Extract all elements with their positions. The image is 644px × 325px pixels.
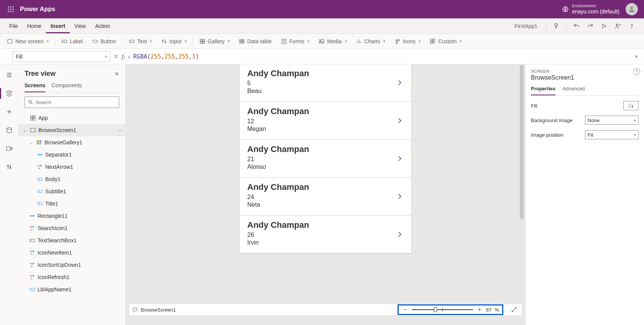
gallery-card[interactable]: Andy Champan5Beau bbox=[240, 64, 411, 102]
undo-button[interactable] bbox=[570, 20, 583, 32]
prop-bg-value: None bbox=[588, 118, 600, 123]
tree-node-browsescreen1[interactable]: ⌄BrowseScreen1··· bbox=[18, 124, 125, 136]
next-arrow-icon[interactable] bbox=[396, 229, 403, 240]
icons-icon bbox=[29, 250, 35, 256]
next-arrow-icon[interactable] bbox=[396, 77, 403, 88]
tree-node-iconrefresh1[interactable]: IconRefresh1 bbox=[18, 271, 125, 283]
user-avatar[interactable] bbox=[626, 3, 638, 15]
ribbon-forms[interactable]: Forms▾ bbox=[276, 34, 314, 49]
tree-tab-screens[interactable]: Screens bbox=[25, 82, 45, 92]
canvas-scrollbar[interactable] bbox=[520, 65, 524, 302]
tree-node-label: NextArrow1 bbox=[45, 164, 73, 170]
ribbon-icons[interactable]: Icons▾ bbox=[390, 34, 425, 49]
ribbon-input[interactable]: Input▾ bbox=[156, 34, 191, 49]
tree-node-label: Subtitle1 bbox=[45, 188, 66, 194]
fx-icon[interactable]: fx ▾ bbox=[122, 53, 129, 60]
caret-icon[interactable]: ⌄ bbox=[29, 140, 34, 145]
svg-rect-33 bbox=[7, 147, 10, 151]
menu-insert[interactable]: Insert bbox=[46, 18, 70, 33]
zoom-out-button[interactable]: − bbox=[402, 306, 409, 313]
caret-icon[interactable]: ⌄ bbox=[23, 128, 28, 132]
rail-advanced-tools[interactable] bbox=[2, 159, 17, 175]
menu-file[interactable]: File bbox=[5, 18, 23, 33]
rail-hamburger[interactable] bbox=[2, 67, 17, 83]
gallery-card[interactable]: Andy Champan12Megan bbox=[240, 102, 411, 140]
rail-tree-view[interactable] bbox=[2, 86, 17, 101]
tree-close-button[interactable]: ✕ bbox=[115, 71, 119, 77]
tree-search[interactable] bbox=[25, 96, 119, 108]
app-name[interactable]: FirstApp1 bbox=[510, 23, 542, 29]
tree-node-label: App bbox=[38, 115, 48, 121]
rail-media[interactable] bbox=[2, 141, 17, 156]
canvas[interactable]: Andy Champan5BeauAndy Champan12MeganAndy… bbox=[126, 64, 525, 325]
next-arrow-icon[interactable] bbox=[396, 153, 403, 164]
menu-action[interactable]: Action bbox=[90, 18, 115, 33]
svg-rect-39 bbox=[31, 118, 33, 120]
tree-node-browsegallery1[interactable]: ⌄BrowseGallery1 bbox=[18, 136, 125, 149]
tree-node-textsearchbox1[interactable]: TextSearchBox1 bbox=[18, 234, 125, 247]
svg-rect-54 bbox=[33, 226, 34, 228]
gallery-card[interactable]: Andy Champan26Irvin bbox=[240, 216, 411, 253]
tree-search-input[interactable] bbox=[36, 100, 116, 105]
tree-node-more[interactable]: ··· bbox=[118, 127, 122, 133]
svg-rect-16 bbox=[130, 40, 134, 42]
ribbon-new-screen[interactable]: New screen▾ bbox=[2, 34, 53, 49]
ribbon-gallery[interactable]: Gallery▾ bbox=[195, 34, 234, 49]
rail-insert[interactable] bbox=[2, 104, 17, 119]
prop-pos-dropdown[interactable]: Fit ▾ bbox=[585, 130, 639, 139]
play-button[interactable] bbox=[598, 20, 610, 32]
props-tab-advanced[interactable]: Advanced bbox=[562, 86, 585, 95]
card-body: Megan bbox=[247, 126, 404, 132]
svg-rect-13 bbox=[8, 39, 12, 43]
gallery-card[interactable]: Andy Champan21Alonso bbox=[240, 140, 411, 178]
tree-node-searchicon1[interactable]: SearchIcon1 bbox=[18, 222, 125, 234]
tree-node-lblappname1[interactable]: LblAppName1 bbox=[18, 283, 125, 296]
prop-fill-swatch[interactable] bbox=[623, 101, 639, 110]
props-help-button[interactable]: ? bbox=[633, 68, 640, 75]
ribbon-data-table[interactable]: Data table bbox=[234, 34, 276, 49]
device-preview[interactable]: Andy Champan5BeauAndy Champan12MeganAndy… bbox=[239, 64, 412, 254]
ribbon-media[interactable]: Media▾ bbox=[314, 34, 351, 49]
ribbon-button[interactable]: Button bbox=[87, 34, 120, 49]
svg-point-36 bbox=[29, 100, 31, 103]
tree-node-rectangle11[interactable]: Rectangle11 bbox=[18, 210, 125, 222]
tree-node-iconsortupdown1[interactable]: IconSortUpDown1 bbox=[18, 259, 125, 271]
property-selector[interactable]: Fill ▾ bbox=[12, 51, 110, 62]
ribbon-custom[interactable]: Custom▾ bbox=[425, 34, 466, 49]
gallery-card[interactable]: Andy Champan24Neta bbox=[240, 178, 411, 216]
zoom-in-button[interactable]: + bbox=[476, 306, 483, 313]
ribbon-label[interactable]: Label bbox=[57, 34, 87, 49]
app-launcher-icon[interactable] bbox=[3, 0, 18, 18]
svg-rect-57 bbox=[33, 251, 34, 252]
tree-node-iconnewitem1[interactable]: IconNewItem1 bbox=[18, 247, 125, 259]
menu-home[interactable]: Home bbox=[23, 18, 46, 33]
rail-data[interactable] bbox=[2, 122, 17, 138]
tree-node-nextarrow1[interactable]: NextArrow1 bbox=[18, 161, 125, 173]
svg-rect-21 bbox=[200, 41, 202, 43]
tree-node-separator1[interactable]: Separator1 bbox=[18, 149, 125, 161]
share-button[interactable] bbox=[612, 20, 624, 32]
zoom-slider[interactable] bbox=[412, 309, 473, 310]
svg-point-32 bbox=[7, 127, 12, 129]
canvas-expand-button[interactable] bbox=[509, 307, 519, 313]
help-button[interactable] bbox=[626, 20, 638, 32]
environment-picker[interactable]: Environment enayu.com (default) bbox=[562, 3, 619, 15]
ribbon-text[interactable]: Text▾ bbox=[124, 34, 157, 49]
menu-view[interactable]: View bbox=[70, 18, 90, 33]
tree-node-app[interactable]: App bbox=[18, 112, 125, 124]
app-checker-button[interactable] bbox=[550, 20, 562, 32]
tree-tab-components[interactable]: Components bbox=[51, 82, 82, 92]
tree-node-title1[interactable]: Title1 bbox=[18, 198, 125, 210]
env-label: Environment bbox=[572, 3, 619, 8]
tree-node-body1[interactable]: Body1 bbox=[18, 173, 125, 185]
next-arrow-icon[interactable] bbox=[396, 191, 403, 202]
redo-button[interactable] bbox=[584, 20, 596, 32]
ribbon-charts[interactable]: Charts▾ bbox=[352, 34, 390, 49]
prop-bg-dropdown[interactable]: None ▾ bbox=[585, 116, 639, 125]
tree-node-subtitle1[interactable]: Subtitle1 bbox=[18, 185, 125, 198]
formula-input[interactable]: RGBA(255, 255, 255, 1) bbox=[131, 51, 632, 62]
formula-expand-button[interactable]: ▾ bbox=[632, 54, 641, 59]
next-arrow-icon[interactable] bbox=[396, 115, 403, 126]
zoom-slider-knob[interactable] bbox=[434, 307, 437, 312]
props-tab-properties[interactable]: Properties bbox=[531, 86, 555, 95]
